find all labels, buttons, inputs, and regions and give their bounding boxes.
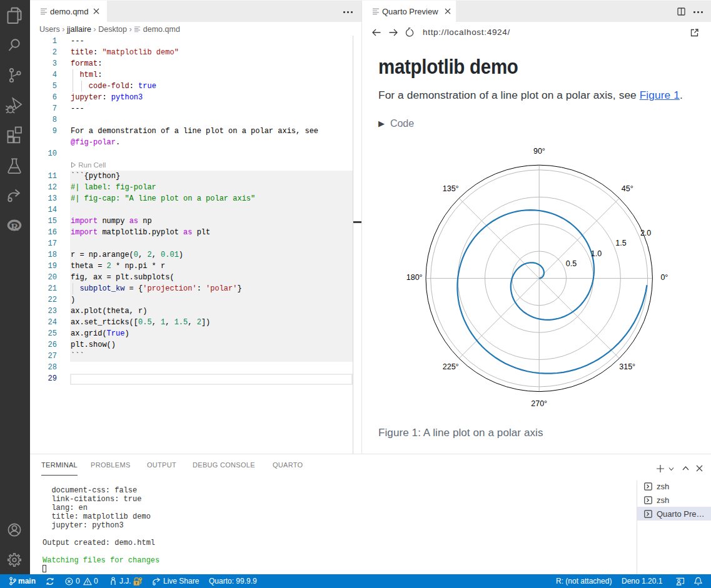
svg-text:180°: 180° [406, 273, 423, 282]
svg-text:1.0: 1.0 [591, 249, 602, 258]
svg-text:45°: 45° [622, 184, 633, 193]
svg-text:270°: 270° [531, 399, 547, 408]
svg-text:135°: 135° [443, 184, 459, 193]
svg-text:R: R [11, 221, 19, 233]
svg-text:90°: 90° [533, 147, 545, 156]
svg-text:0.5: 0.5 [566, 259, 577, 268]
svg-text:2.0: 2.0 [640, 229, 651, 237]
svg-text:0°: 0° [660, 273, 668, 282]
svg-text:315°: 315° [619, 362, 635, 371]
svg-text:1.5: 1.5 [615, 239, 626, 247]
svg-text:225°: 225° [443, 362, 459, 371]
